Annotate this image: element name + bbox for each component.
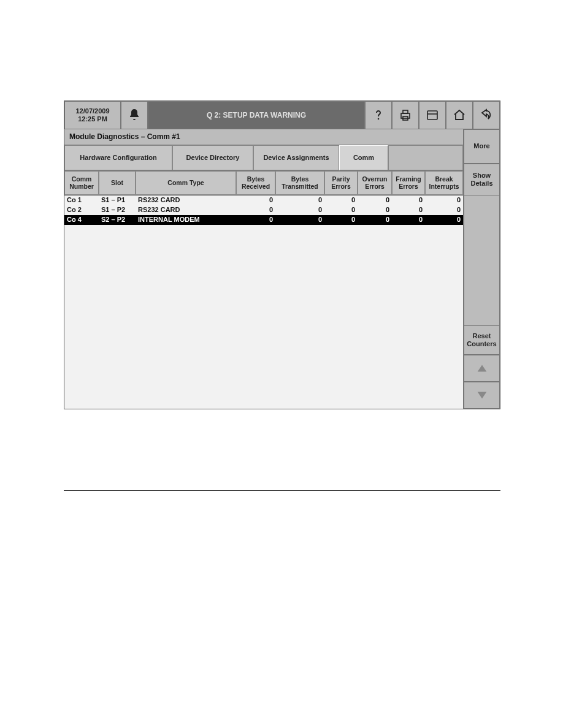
cell: 0 <box>392 205 425 215</box>
tab-row: Hardware Configuration Device Directory … <box>64 145 463 171</box>
tab-device-assignments[interactable]: Device Assignments <box>253 145 339 170</box>
bell-icon <box>127 108 142 123</box>
scroll-down-button[interactable] <box>464 382 500 409</box>
settings-button[interactable] <box>419 101 446 129</box>
cell: 0 <box>425 205 463 215</box>
triangle-down-icon <box>475 389 489 402</box>
th-framing-errors: Framing Errors <box>392 171 425 195</box>
question-icon <box>371 108 386 123</box>
home-icon <box>452 108 467 123</box>
back-button[interactable] <box>473 101 500 129</box>
breadcrumb-text: Module Diagnostics – Comm #1 <box>69 132 180 141</box>
table-row[interactable]: Co 4S2 – P2INTERNAL MODEM000000 <box>64 215 463 225</box>
th-parity-errors: Parity Errors <box>324 171 358 195</box>
card-icon <box>425 108 440 123</box>
top-bar: 12/07/2009 12:25 PM Q 2: SETUP DATA WARN… <box>64 101 500 129</box>
cell: 0 <box>358 205 392 215</box>
breadcrumb: Module Diagnostics – Comm #1 <box>64 129 463 145</box>
home-button[interactable] <box>446 101 473 129</box>
cell: 0 <box>324 205 358 215</box>
side-spacer <box>464 195 500 325</box>
cell: 0 <box>324 215 358 225</box>
show-details-button[interactable]: Show Details <box>464 164 500 195</box>
title-bar: Q 2: SETUP DATA WARNING <box>148 101 365 129</box>
cell: Co 4 <box>64 215 99 225</box>
tab-device-directory[interactable]: Device Directory <box>172 145 253 170</box>
cell: 0 <box>358 215 392 225</box>
cell: 0 <box>236 215 275 225</box>
cell: 0 <box>392 215 425 225</box>
table-row[interactable]: Co 1S1 – P1RS232 CARD000000 <box>64 195 463 205</box>
main-column: Module Diagnostics – Comm #1 Hardware Co… <box>64 129 464 409</box>
cell: 0 <box>275 205 324 215</box>
side-column: More Show Details Reset Counters <box>464 129 500 409</box>
page-rule <box>64 490 500 491</box>
th-break-interrupts: Break Interrupts <box>425 171 463 195</box>
cell: 0 <box>425 195 463 205</box>
alarm-bell-button[interactable] <box>121 101 148 129</box>
cell: 0 <box>275 195 324 205</box>
cell: 0 <box>392 195 425 205</box>
body-area: Module Diagnostics – Comm #1 Hardware Co… <box>64 129 500 409</box>
cell: INTERNAL MODEM <box>136 215 236 225</box>
cell: 0 <box>358 195 392 205</box>
cell: Co 2 <box>64 205 99 215</box>
cell: S1 – P2 <box>99 205 136 215</box>
cell: Co 1 <box>64 195 99 205</box>
th-bytes-received: Bytes Received <box>236 171 275 195</box>
app-window: 12/07/2009 12:25 PM Q 2: SETUP DATA WARN… <box>64 100 500 409</box>
cell: RS232 CARD <box>136 205 236 215</box>
print-button[interactable] <box>392 101 419 129</box>
triangle-up-icon <box>475 362 489 375</box>
tab-hardware-configuration[interactable]: Hardware Configuration <box>64 145 172 170</box>
scroll-up-button[interactable] <box>464 355 500 382</box>
cell: S1 – P1 <box>99 195 136 205</box>
svg-rect-1 <box>401 113 410 118</box>
date-text: 12/07/2009 <box>75 107 109 115</box>
cell: 0 <box>275 215 324 225</box>
datetime-panel: 12/07/2009 12:25 PM <box>64 101 121 129</box>
tab-empty <box>388 145 463 170</box>
cell: 0 <box>236 195 275 205</box>
th-bytes-transmitted: Bytes Transmitted <box>275 171 324 195</box>
cell: 0 <box>236 205 275 215</box>
cell: RS232 CARD <box>136 195 236 205</box>
tab-comm[interactable]: Comm <box>339 145 388 170</box>
svg-point-0 <box>378 118 380 120</box>
svg-rect-2 <box>403 110 408 113</box>
table-body: Co 1S1 – P1RS232 CARD000000Co 2S1 – P2RS… <box>64 195 463 409</box>
th-comm-type: Comm Type <box>136 171 236 195</box>
table-row[interactable]: Co 2S1 – P2RS232 CARD000000 <box>64 205 463 215</box>
th-overrun-errors: Overrun Errors <box>358 171 392 195</box>
table-header: Comm Number Slot Comm Type Bytes Receive… <box>64 171 463 195</box>
time-text: 12:25 PM <box>78 115 107 123</box>
help-button[interactable] <box>365 101 392 129</box>
cell: 0 <box>425 215 463 225</box>
cell: S2 – P2 <box>99 215 136 225</box>
more-button[interactable]: More <box>464 129 500 164</box>
cell: 0 <box>324 195 358 205</box>
th-comm-number: Comm Number <box>64 171 99 195</box>
printer-icon <box>398 108 413 123</box>
reset-counters-button[interactable]: Reset Counters <box>464 325 500 355</box>
back-arrow-icon <box>479 108 494 123</box>
svg-rect-4 <box>427 111 437 119</box>
th-slot: Slot <box>99 171 136 195</box>
title-text: Q 2: SETUP DATA WARNING <box>207 111 306 119</box>
